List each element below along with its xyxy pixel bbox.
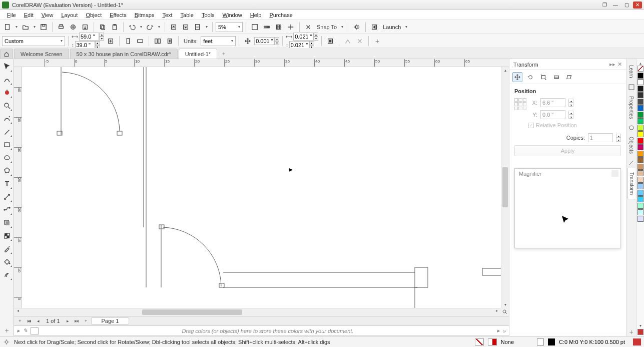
tab-welcome[interactable]: Welcome Screen bbox=[14, 49, 69, 59]
dup-x-input[interactable] bbox=[293, 33, 313, 41]
crop-tool[interactable] bbox=[2, 87, 13, 98]
color-swatch[interactable] bbox=[637, 144, 643, 150]
dtab-properties[interactable]: Properties bbox=[627, 92, 635, 123]
color-swatch[interactable] bbox=[637, 164, 643, 170]
current-page-button[interactable] bbox=[164, 36, 175, 47]
size-mode[interactable] bbox=[551, 72, 561, 82]
units-combo[interactable]: feet▾ bbox=[201, 36, 236, 46]
menu-table[interactable]: Table bbox=[177, 11, 198, 19]
color-swatch[interactable] bbox=[637, 177, 643, 183]
color-swatch[interactable] bbox=[637, 112, 643, 118]
first-page[interactable]: ⏮ bbox=[25, 317, 33, 324]
connector-tool[interactable] bbox=[2, 204, 13, 215]
scale-mode[interactable] bbox=[538, 72, 548, 82]
outline-none-icon[interactable] bbox=[537, 338, 544, 345]
color-swatch[interactable] bbox=[637, 203, 643, 209]
position-mode[interactable] bbox=[512, 72, 522, 82]
menu-effects[interactable]: Effects bbox=[106, 11, 130, 19]
color-swatch[interactable] bbox=[637, 190, 643, 196]
color-swatch[interactable] bbox=[637, 151, 643, 157]
magnifier-close[interactable] bbox=[611, 170, 618, 177]
pick-tool[interactable] bbox=[2, 61, 13, 72]
copies-input[interactable] bbox=[588, 133, 613, 142]
color-swatch[interactable] bbox=[637, 157, 643, 163]
x-input[interactable] bbox=[540, 98, 565, 107]
menu-tools[interactable]: Tools bbox=[198, 11, 219, 19]
menu-layout[interactable]: Layout bbox=[57, 11, 82, 19]
dup-x-spinner[interactable]: ⟷▴▾ bbox=[286, 33, 318, 41]
portrait-button[interactable] bbox=[123, 36, 134, 47]
color-swatch[interactable] bbox=[637, 138, 643, 144]
auto-fit-button[interactable] bbox=[105, 36, 116, 47]
launch-dropdown[interactable]: ▾ bbox=[404, 22, 409, 33]
drop-shadow-tool[interactable] bbox=[2, 217, 13, 228]
add-tab[interactable]: + bbox=[218, 49, 229, 59]
color-swatch[interactable] bbox=[637, 216, 643, 222]
palette-nav-right[interactable]: ▸ bbox=[497, 327, 500, 334]
dtab-hints-icon[interactable] bbox=[628, 84, 634, 90]
save-button[interactable] bbox=[38, 22, 49, 33]
shape-tool[interactable] bbox=[2, 74, 13, 85]
color-swatch[interactable] bbox=[637, 131, 643, 137]
dtab-trans-icon[interactable] bbox=[628, 160, 634, 166]
smart-fill-tool[interactable] bbox=[2, 269, 13, 280]
tab-untitled[interactable]: Untitled-1* bbox=[179, 49, 217, 59]
copy-button[interactable] bbox=[97, 22, 108, 33]
redo-dropdown[interactable]: ▾ bbox=[157, 22, 162, 33]
apply-button[interactable]: Apply bbox=[514, 145, 621, 156]
dtab-learn[interactable]: Learn bbox=[627, 61, 635, 82]
snap-label[interactable]: Snap To bbox=[315, 24, 339, 30]
scroll-v-thumb[interactable] bbox=[502, 167, 508, 207]
undo-dropdown[interactable]: ▾ bbox=[139, 22, 144, 33]
palette-swatch[interactable] bbox=[31, 327, 39, 334]
last-page[interactable]: ⏭ bbox=[73, 317, 81, 324]
scroll-horizontal[interactable] bbox=[22, 308, 493, 316]
palette-edit-icon[interactable]: ✎ bbox=[23, 327, 28, 334]
palette-menu-icon[interactable] bbox=[637, 329, 643, 335]
color-swatch[interactable] bbox=[637, 183, 643, 189]
nudge-input[interactable] bbox=[254, 37, 274, 45]
new-button[interactable] bbox=[2, 22, 13, 33]
landscape-button[interactable] bbox=[135, 36, 146, 47]
document-palette[interactable]: ▸ ✎ Drag colors (or objects) here to sto… bbox=[14, 326, 509, 336]
page-width-input[interactable] bbox=[79, 33, 99, 41]
menu-window[interactable]: Window bbox=[219, 11, 246, 19]
publish-button[interactable] bbox=[68, 22, 79, 33]
fill-indicator-icon[interactable] bbox=[475, 338, 484, 345]
snap-toggle[interactable] bbox=[303, 22, 314, 33]
outline-black-icon[interactable] bbox=[548, 338, 555, 345]
next-page[interactable]: ▸ bbox=[64, 317, 72, 324]
restore-small-icon[interactable]: ❐ bbox=[600, 2, 609, 9]
docker-add[interactable]: + bbox=[629, 328, 633, 336]
dtab-objects[interactable]: Objects bbox=[627, 133, 635, 158]
import-button[interactable] bbox=[168, 22, 179, 33]
color-swatch[interactable] bbox=[637, 170, 643, 176]
prev-page[interactable]: ◂ bbox=[34, 317, 42, 324]
color-swatch[interactable] bbox=[637, 99, 643, 105]
page-width-spinner[interactable]: ⟷▴▾ bbox=[72, 33, 104, 41]
color-swatch[interactable] bbox=[637, 209, 643, 215]
rotate-mode[interactable] bbox=[525, 72, 535, 82]
launch-label[interactable]: Launch bbox=[381, 24, 403, 30]
redo-button[interactable] bbox=[145, 22, 156, 33]
publish-pdf-button[interactable] bbox=[192, 22, 203, 33]
minimize-icon[interactable]: — bbox=[611, 2, 620, 9]
menu-file[interactable]: File bbox=[3, 11, 20, 19]
dimension-tool[interactable] bbox=[2, 191, 13, 202]
menu-edit[interactable]: Edit bbox=[20, 11, 38, 19]
dtab-obj-icon[interactable] bbox=[628, 125, 634, 131]
menu-object[interactable]: Object bbox=[82, 11, 106, 19]
export2-button[interactable] bbox=[180, 22, 191, 33]
color-swatch[interactable] bbox=[637, 125, 643, 131]
eyedropper-tool[interactable] bbox=[2, 243, 13, 254]
menu-bitmaps[interactable]: Bitmaps bbox=[131, 11, 159, 19]
fill-tool[interactable] bbox=[2, 256, 13, 267]
dtab-transform[interactable]: Transform bbox=[627, 168, 635, 199]
open-button[interactable] bbox=[20, 22, 31, 33]
quick-customize-button[interactable]: + bbox=[372, 36, 383, 47]
y-input[interactable] bbox=[540, 110, 565, 119]
relative-position-row[interactable]: ✓ Relative Position bbox=[528, 122, 621, 128]
treat-as-filled-button[interactable] bbox=[325, 36, 336, 47]
color-swatch[interactable] bbox=[637, 92, 643, 98]
polygon-tool[interactable] bbox=[2, 165, 13, 176]
